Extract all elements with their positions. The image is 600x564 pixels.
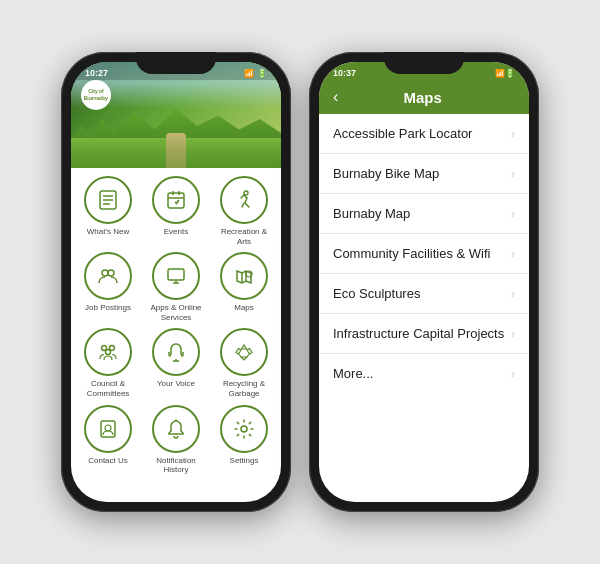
app-icon-council bbox=[84, 328, 132, 376]
maps-item-community-facilities[interactable]: Community Facilities & Wifi › bbox=[319, 234, 529, 274]
maps-item-label-community-facilities: Community Facilities & Wifi bbox=[333, 246, 511, 261]
app-item-contact[interactable]: Contact Us bbox=[77, 405, 139, 475]
app-item-settings[interactable]: Settings bbox=[213, 405, 275, 475]
app-icon-your-voice bbox=[152, 328, 200, 376]
maps-item-label-accessible-park: Accessible Park Locator bbox=[333, 126, 511, 141]
status-icons-1: 📶 🔋 bbox=[244, 69, 267, 78]
svg-point-12 bbox=[102, 270, 108, 276]
maps-item-bike-map[interactable]: Burnaby Bike Map › bbox=[319, 154, 529, 194]
maps-item-label-eco-sculptures: Eco Sculptures bbox=[333, 286, 511, 301]
maps-item-eco-sculptures[interactable]: Eco Sculptures › bbox=[319, 274, 529, 314]
maps-item-burnaby-map[interactable]: Burnaby Map › bbox=[319, 194, 529, 234]
time-1: 10:27 bbox=[85, 68, 108, 78]
app-label-notification: Notification History bbox=[145, 456, 207, 475]
maps-list: Accessible Park Locator › Burnaby Bike M… bbox=[319, 114, 529, 502]
chevron-icon-burnaby-map: › bbox=[511, 207, 515, 221]
maps-title: Maps bbox=[346, 89, 499, 106]
app-icon-whats-new bbox=[84, 176, 132, 224]
status-icons-2: 📶🔋 bbox=[495, 69, 515, 78]
svg-point-28 bbox=[241, 426, 247, 432]
app-label-events: Events bbox=[164, 227, 188, 237]
svg-text:Burnaby: Burnaby bbox=[84, 95, 109, 101]
app-icon-settings bbox=[220, 405, 268, 453]
chevron-icon-community-facilities: › bbox=[511, 247, 515, 261]
app-item-apps-online[interactable]: Apps & Online Services bbox=[145, 252, 207, 322]
maps-item-label-bike-map: Burnaby Bike Map bbox=[333, 166, 511, 181]
maps-item-label-infrastructure: Infrastructure Capital Projects bbox=[333, 326, 511, 341]
svg-point-22 bbox=[106, 350, 111, 355]
app-item-whats-new[interactable]: What's New bbox=[77, 176, 139, 246]
notch-2 bbox=[384, 52, 464, 74]
app-label-job-postings: Job Postings bbox=[85, 303, 131, 313]
chevron-icon-more: › bbox=[511, 367, 515, 381]
app-icon-job-postings bbox=[84, 252, 132, 300]
svg-point-13 bbox=[108, 270, 114, 276]
phone-1: 10:27 📶 🔋 City of Burnaby bbox=[61, 52, 291, 512]
maps-item-infrastructure[interactable]: Infrastructure Capital Projects › bbox=[319, 314, 529, 354]
back-button[interactable]: ‹ bbox=[333, 88, 338, 106]
app-item-recycling[interactable]: Recycling & Garbage bbox=[213, 328, 275, 398]
time-2: 10:37 bbox=[333, 68, 356, 78]
notch-1 bbox=[136, 52, 216, 74]
maps-item-label-burnaby-map: Burnaby Map bbox=[333, 206, 511, 221]
svg-text:City of: City of bbox=[88, 88, 104, 94]
ground bbox=[71, 138, 281, 168]
maps-header: ‹ Maps bbox=[319, 80, 529, 114]
chevron-icon-infrastructure: › bbox=[511, 327, 515, 341]
app-icon-recycling bbox=[220, 328, 268, 376]
maps-item-more[interactable]: More... › bbox=[319, 354, 529, 393]
app-item-your-voice[interactable]: Your Voice bbox=[145, 328, 207, 398]
app-label-recreation: Recreation & Arts bbox=[213, 227, 275, 246]
app-label-council: Council & Committees bbox=[77, 379, 139, 398]
app-icon-recreation bbox=[220, 176, 268, 224]
app-grid: What's New Events Recreation & Arts Job … bbox=[71, 168, 281, 483]
phone-2: 10:37 📶🔋 ‹ Maps Accessible Park Locator … bbox=[309, 52, 539, 512]
svg-rect-7 bbox=[168, 193, 184, 208]
app-item-recreation[interactable]: Recreation & Arts bbox=[213, 176, 275, 246]
app-item-job-postings[interactable]: Job Postings bbox=[77, 252, 139, 322]
app-label-your-voice: Your Voice bbox=[157, 379, 195, 389]
app-label-contact: Contact Us bbox=[88, 456, 128, 466]
app-icon-maps bbox=[220, 252, 268, 300]
svg-point-11 bbox=[244, 191, 248, 195]
svg-point-26 bbox=[105, 425, 111, 431]
app-icon-notification bbox=[152, 405, 200, 453]
svg-rect-14 bbox=[168, 269, 184, 280]
app-item-events[interactable]: Events bbox=[145, 176, 207, 246]
app-item-maps[interactable]: Maps bbox=[213, 252, 275, 322]
maps-item-label-more: More... bbox=[333, 366, 511, 381]
maps-item-accessible-park[interactable]: Accessible Park Locator › bbox=[319, 114, 529, 154]
app-icon-events bbox=[152, 176, 200, 224]
app-label-whats-new: What's New bbox=[87, 227, 129, 237]
app-icon-contact bbox=[84, 405, 132, 453]
app-item-notification[interactable]: Notification History bbox=[145, 405, 207, 475]
app-item-council[interactable]: Council & Committees bbox=[77, 328, 139, 398]
chevron-icon-accessible-park: › bbox=[511, 127, 515, 141]
app-label-apps-online: Apps & Online Services bbox=[145, 303, 207, 322]
app-label-maps: Maps bbox=[234, 303, 254, 313]
burnaby-header: City of Burnaby bbox=[81, 80, 111, 110]
chevron-icon-bike-map: › bbox=[511, 167, 515, 181]
path bbox=[166, 133, 186, 168]
app-icon-apps-online bbox=[152, 252, 200, 300]
app-label-settings: Settings bbox=[230, 456, 259, 466]
chevron-icon-eco-sculptures: › bbox=[511, 287, 515, 301]
app-label-recycling: Recycling & Garbage bbox=[213, 379, 275, 398]
burnaby-logo: City of Burnaby bbox=[81, 80, 111, 110]
